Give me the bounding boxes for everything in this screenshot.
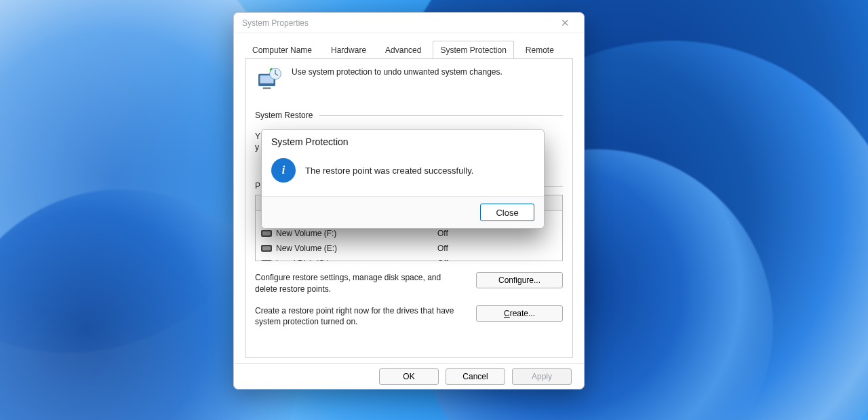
configure-button[interactable]: Configure... bbox=[476, 272, 563, 288]
tab-system-protection[interactable]: System Protection bbox=[433, 41, 513, 59]
create-text: Create a restore point right now for the… bbox=[255, 305, 464, 327]
modal-message: The restore point was created successful… bbox=[305, 166, 473, 176]
group-system-restore-label: System Restore bbox=[255, 111, 313, 120]
drive-name: New Volume (E:) bbox=[276, 244, 337, 253]
group-protection-settings-label: P bbox=[255, 181, 260, 191]
drive-icon bbox=[261, 245, 272, 252]
window-title: System Properties bbox=[242, 18, 551, 28]
ok-button[interactable]: OK bbox=[379, 368, 439, 385]
intro-text: Use system protection to undo unwanted s… bbox=[292, 66, 502, 77]
drive-icon bbox=[261, 230, 272, 237]
create-button-rest: reate... bbox=[510, 309, 535, 318]
modal-footer: Close bbox=[262, 196, 544, 228]
tab-computer-name[interactable]: Computer Name bbox=[245, 41, 319, 59]
intro-row: Use system protection to undo unwanted s… bbox=[255, 66, 563, 100]
modal-title: System Protection bbox=[262, 130, 544, 150]
drive-icon bbox=[261, 260, 272, 261]
table-row[interactable]: Local Disk (G:) Off bbox=[256, 256, 562, 261]
configure-row: Configure restore settings, manage disk … bbox=[255, 272, 563, 294]
close-icon[interactable]: ✕ bbox=[551, 17, 578, 29]
drive-protection: Off bbox=[432, 256, 562, 261]
svg-rect-2 bbox=[263, 88, 271, 90]
modal-body: i The restore point was created successf… bbox=[262, 150, 544, 196]
tab-strip: Computer Name Hardware Advanced System P… bbox=[234, 33, 584, 58]
configure-text: Configure restore settings, manage disk … bbox=[255, 272, 464, 294]
drive-protection: Off bbox=[432, 241, 562, 256]
system-protection-icon bbox=[255, 66, 282, 93]
table-row[interactable]: New Volume (E:) Off bbox=[256, 241, 562, 256]
tab-remote[interactable]: Remote bbox=[518, 41, 561, 59]
info-icon: i bbox=[271, 158, 296, 183]
confirmation-dialog: System Protection i The restore point wa… bbox=[261, 129, 545, 229]
truncated-restore-text: Y bbox=[255, 132, 260, 141]
drive-name: Local Disk (G:) bbox=[276, 259, 330, 261]
close-button[interactable]: Close bbox=[480, 204, 534, 221]
create-row: Create a restore point right now for the… bbox=[255, 305, 563, 327]
titlebar: System Properties ✕ bbox=[234, 13, 584, 33]
tab-hardware[interactable]: Hardware bbox=[323, 41, 374, 59]
group-system-restore: System Restore bbox=[255, 111, 563, 120]
apply-button[interactable]: Apply bbox=[512, 368, 572, 385]
create-button[interactable]: Create... bbox=[476, 305, 563, 322]
drive-name: New Volume (F:) bbox=[276, 229, 336, 238]
configure-button-label: Configure... bbox=[498, 275, 540, 285]
cancel-button[interactable]: Cancel bbox=[446, 368, 505, 385]
dialog-footer: OK Cancel Apply bbox=[234, 363, 584, 389]
divider bbox=[319, 115, 563, 116]
create-button-accel: C bbox=[504, 309, 510, 318]
tab-advanced[interactable]: Advanced bbox=[378, 41, 429, 59]
